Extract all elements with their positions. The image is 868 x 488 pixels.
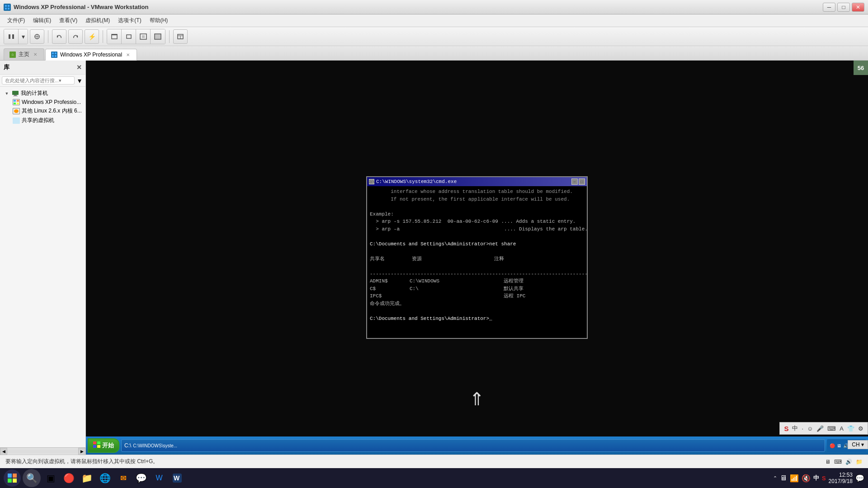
taskbar-icon-2[interactable]: 📁 — [79, 470, 95, 486]
ime-keyboard-icon[interactable]: ⌨ — [826, 425, 837, 432]
svg-rect-13 — [127, 35, 131, 38]
winxp-tab-icon — [51, 52, 57, 58]
ch-indicator[interactable]: CH ▾ — [848, 440, 868, 449]
search-taskbar-icon[interactable]: 🔍 — [23, 469, 41, 487]
ime-mic-icon[interactable]: 🎤 — [815, 425, 825, 432]
snapshot-button[interactable] — [30, 29, 44, 44]
task-item-label: C:\WINDOWS\syste... — [133, 443, 177, 448]
sidebar-header: 库 ✕ — [0, 61, 85, 75]
scroll-left[interactable]: ◀ — [0, 448, 7, 455]
tray-zh-icon[interactable]: 中 — [813, 474, 819, 482]
menu-view[interactable]: 查看(V) — [56, 16, 81, 25]
taskbar-icon-1[interactable]: 🔴 — [61, 470, 77, 486]
sidebar-item-linux[interactable]: 其他 Linux 2.6.x 内核 6... — [0, 106, 85, 116]
close-button[interactable]: ✕ — [852, 3, 864, 12]
pause-button[interactable] — [4, 29, 19, 44]
tray-monitor-icon[interactable]: 🖥 — [780, 474, 787, 482]
menu-tabs[interactable]: 选项卡(T) — [114, 16, 145, 25]
computer-icon — [12, 90, 19, 97]
svg-rect-5 — [12, 34, 14, 39]
tray-wifi-icon[interactable]: 📶 — [790, 474, 799, 483]
cmd-window[interactable]: C:\ C:\WINDOWS\system32\cmd.exe ─ □ inte… — [366, 176, 588, 339]
taskbar-icon-5[interactable]: 💬 — [133, 470, 149, 486]
power-dropdown[interactable]: ▾ — [19, 29, 28, 44]
tree-toggle-mycomputer[interactable]: ▼ — [4, 90, 10, 97]
taskbar-icon-vmware[interactable]: W — [169, 470, 185, 486]
sidebar-close-icon[interactable]: ✕ — [76, 64, 82, 71]
svg-rect-40 — [13, 479, 17, 483]
taskbar-icon-6[interactable]: W — [151, 470, 167, 486]
svg-point-32 — [14, 109, 19, 113]
window-controls: ─ □ ✕ — [823, 3, 864, 12]
view-small[interactable] — [122, 29, 136, 44]
sidebar-search-input[interactable] — [2, 76, 75, 84]
restore-button[interactable]: □ — [837, 3, 850, 12]
tray-s-icon[interactable]: S — [822, 475, 826, 482]
sidebar-tree: ▼ 我的计算机 Win — [0, 87, 85, 447]
menu-bar: 文件(F) 编辑(E) 查看(V) 虚拟机(M) 选项卡(T) 帮助(H) — [0, 14, 868, 27]
ime-s-icon[interactable]: S — [783, 425, 790, 432]
sidebar-item-linux-label: 其他 Linux 2.6.x 内核 6... — [22, 107, 82, 115]
svg-text:W: W — [174, 474, 180, 482]
svg-rect-2 — [5, 8, 7, 9]
vm-icon-linux — [13, 108, 20, 114]
svg-rect-16 — [155, 34, 161, 39]
tab-home-label: 主页 — [19, 51, 29, 58]
cmd-minimize[interactable]: ─ — [571, 178, 578, 185]
xp-start-button[interactable]: 开始 — [88, 438, 119, 453]
minimize-button[interactable]: ─ — [823, 3, 835, 12]
scroll-right[interactable]: ▶ — [78, 448, 85, 455]
search-dropdown-icon[interactable]: ▾ — [75, 76, 84, 84]
status-message: 要将输入定向到该虚拟机，请将鼠标指针移入其中或按 Ctrl+G。 — [5, 458, 158, 465]
cmd-line-9: 共享名资源注释 — [370, 255, 584, 263]
settings-button[interactable] — [173, 29, 188, 44]
cmd-line-4: > arp -s 157.55.85.212 00-aa-00-62-c6-09… — [370, 218, 584, 225]
ime-emoji-icon[interactable]: ☺ — [806, 425, 814, 432]
vm-icon-winxp — [13, 99, 20, 105]
windows-start-button[interactable] — [4, 469, 21, 487]
taskview-icon[interactable]: ▣ — [42, 470, 59, 486]
vm-badge: 56 — [854, 61, 868, 75]
svg-rect-1 — [8, 5, 9, 7]
taskbar-icon-4[interactable]: ✉ — [115, 470, 131, 486]
ime-more-1[interactable]: A — [838, 425, 845, 432]
host-taskbar: 🔍 ▣ 🔴 📁 🌐 ✉ 💬 W W ⌃ 🖥 📶 🔇 中 S 12:53 2017… — [0, 468, 868, 488]
ime-zh-icon[interactable]: 中 — [791, 424, 799, 432]
tab-winxp[interactable]: Windows XP Professional ✕ — [45, 49, 137, 61]
mouse-pointer-arrow: ⇑ — [469, 389, 485, 409]
svg-rect-35 — [93, 445, 96, 448]
redo-button[interactable] — [68, 29, 83, 44]
svg-rect-38 — [13, 474, 17, 478]
cmd-line-10 — [370, 263, 584, 270]
view-full1[interactable] — [136, 29, 151, 44]
ime-settings-icon[interactable]: ⚙ — [857, 425, 865, 432]
svg-rect-24 — [55, 55, 57, 57]
tray-volume-icon[interactable]: 🔇 — [802, 474, 811, 483]
sidebar-item-shared[interactable]: 共享的虚拟机 — [0, 116, 85, 125]
undo-button[interactable] — [52, 29, 66, 44]
ime-shirt-icon[interactable]: 👕 — [846, 425, 856, 432]
toolbar-separator-2 — [103, 30, 103, 43]
sidebar-item-winxp[interactable]: Windows XP Professio... — [0, 98, 85, 106]
vm-area[interactable]: 56 C:\ C:\WINDOWS\system32\cmd.exe ─ □ i… — [86, 61, 868, 455]
ime-dot-icon[interactable]: · — [800, 425, 805, 432]
xp-task-item[interactable]: C:\ C:\WINDOWS\syste... — [121, 439, 825, 452]
cmd-line-success: 命令成功完成。 — [370, 300, 584, 308]
cmd-maximize[interactable]: □ — [579, 178, 585, 185]
menu-vm[interactable]: 虚拟机(M) — [82, 16, 113, 25]
cmd-titlebar-left: C:\ C:\WINDOWS\system32\cmd.exe — [369, 179, 457, 184]
taskbar-icon-3[interactable]: 🌐 — [97, 470, 113, 486]
tab-home-close[interactable]: ✕ — [32, 52, 38, 58]
tab-home[interactable]: ⌂ 主页 ✕ — [4, 48, 44, 60]
flash-button[interactable]: ⚡ — [85, 29, 99, 44]
tab-winxp-close[interactable]: ✕ — [125, 52, 131, 58]
tray-expand-icon[interactable]: ⌃ — [773, 475, 777, 481]
view-normal[interactable] — [107, 29, 122, 44]
view-full2[interactable] — [151, 29, 165, 44]
menu-file[interactable]: 文件(F) — [4, 16, 28, 25]
notification-icon[interactable]: 💬 — [855, 474, 864, 483]
sidebar: 库 ✕ ▾ ▼ 我的计算机 — [0, 61, 86, 455]
menu-edit[interactable]: 编辑(E) — [29, 16, 55, 25]
sidebar-item-mycomputer[interactable]: ▼ 我的计算机 — [0, 89, 85, 98]
menu-help[interactable]: 帮助(H) — [146, 16, 172, 25]
